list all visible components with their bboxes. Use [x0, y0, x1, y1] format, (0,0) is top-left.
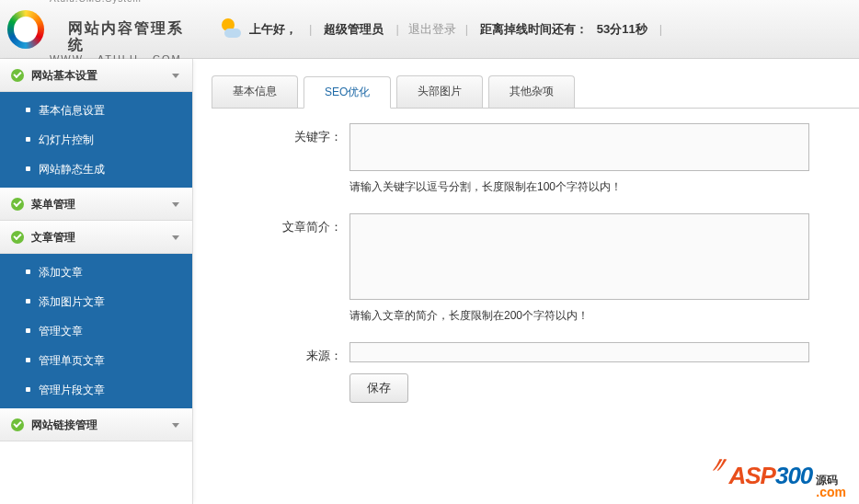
brand-logo-icon — [7, 10, 44, 49]
chevron-down-icon — [172, 202, 179, 207]
keywords-input[interactable] — [349, 123, 809, 171]
sidebar-group-head[interactable]: 网站基本设置 — [0, 59, 192, 92]
sidebar-group-title: 网站链接管理 — [31, 408, 97, 441]
keywords-label: 关键字： — [212, 123, 349, 145]
tab[interactable]: 头部图片 — [396, 75, 483, 108]
summary-input[interactable] — [349, 213, 809, 300]
sidebar-item[interactable]: 添加文章 — [0, 258, 192, 287]
tab-bar: 基本信息SEO优化头部图片其他杂项 — [212, 75, 859, 109]
sidebar-item[interactable]: 基本信息设置 — [0, 96, 192, 125]
sidebar-item[interactable]: 管理文章 — [0, 316, 192, 346]
source-input[interactable] — [349, 342, 809, 362]
summary-hint: 请输入文章的简介，长度限制在200个字符以内！ — [349, 303, 828, 337]
sidebar-submenu: 基本信息设置幻灯片控制网站静态生成 — [0, 92, 192, 188]
keywords-hint: 请输入关键字以逗号分割，长度限制在100个字符以内！ — [349, 174, 828, 208]
sidebar-group-head[interactable]: 文章管理 — [0, 221, 192, 254]
current-user: 超级管理员 — [324, 21, 384, 38]
footer-logo: ASP 300 源码 .com — [706, 456, 846, 498]
sidebar-item[interactable]: 网站静态生成 — [0, 155, 192, 184]
sidebar-group-head[interactable]: 网站链接管理 — [0, 408, 192, 441]
sidebar-group-title: 文章管理 — [31, 221, 75, 254]
sidebar-item[interactable]: 管理单页文章 — [0, 346, 192, 375]
sidebar-item[interactable]: 管理片段文章 — [0, 375, 192, 405]
sidebar-item[interactable]: 添加图片文章 — [0, 287, 192, 316]
weather-icon — [219, 18, 241, 40]
check-icon — [11, 418, 24, 431]
chevron-down-icon — [172, 235, 179, 240]
summary-label: 文章简介： — [212, 213, 349, 235]
sidebar-group-title: 网站基本设置 — [31, 59, 97, 92]
greeting-text: 上午好， — [249, 21, 297, 38]
tab[interactable]: 其他杂项 — [488, 75, 575, 108]
sidebar-submenu: 添加文章添加图片文章管理文章管理单页文章管理片段文章 — [0, 254, 192, 408]
check-icon — [11, 231, 24, 244]
tab[interactable]: SEO优化 — [304, 76, 391, 109]
footer-300: 300 — [775, 462, 812, 490]
logout-link[interactable]: 退出登录 — [408, 21, 456, 38]
check-icon — [11, 198, 24, 211]
sidebar-item[interactable]: 幻灯片控制 — [0, 125, 192, 155]
tab[interactable]: 基本信息 — [212, 75, 298, 108]
footer-asp: ASP — [728, 462, 774, 490]
save-button[interactable]: 保存 — [349, 373, 408, 403]
brand-title: 网站内容管理系统 — [50, 4, 193, 52]
check-icon — [11, 69, 24, 82]
sidebar: 网站基本设置基本信息设置幻灯片控制网站静态生成菜单管理文章管理添加文章添加图片文… — [0, 59, 193, 504]
app-header: Atulu.CMS.System 网站内容管理系统 WWW . ATULU . … — [0, 0, 859, 59]
header-bar: 上午好， | 超级管理员 | 退出登录 | 距离掉线时间还有： 53分11秒 | — [193, 18, 859, 40]
chevron-down-icon — [172, 423, 179, 428]
chevron-down-icon — [172, 74, 179, 78]
seo-form: 关键字： 请输入关键字以逗号分割，长度限制在100个字符以内！ 文章简介： 请输… — [212, 109, 859, 403]
sidebar-group-head[interactable]: 菜单管理 — [0, 188, 192, 221]
footer-com: .com — [816, 485, 846, 499]
offline-countdown: 53分11秒 — [597, 21, 647, 38]
brand-logo: Atulu.CMS.System 网站内容管理系统 WWW . ATULU . … — [0, 0, 193, 59]
brand-text: Atulu.CMS.System 网站内容管理系统 WWW . ATULU . … — [50, 0, 193, 64]
main-content: 基本信息SEO优化头部图片其他杂项 关键字： 请输入关键字以逗号分割，长度限制在… — [193, 59, 859, 504]
source-label: 来源： — [212, 342, 349, 364]
sidebar-group-title: 菜单管理 — [31, 188, 75, 221]
offline-label: 距离掉线时间还有： — [480, 21, 588, 38]
flame-icon — [706, 456, 732, 484]
